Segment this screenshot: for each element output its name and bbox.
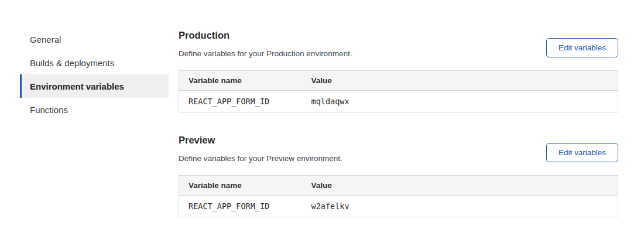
preview-section-text: Preview Define variables for your Previe… bbox=[179, 132, 342, 163]
section-title-production: Production bbox=[179, 30, 352, 41]
variable-name-cell: REACT_APP_FORM_ID bbox=[179, 196, 302, 217]
sidebar-item-environment-variables[interactable]: Environment variables bbox=[20, 74, 169, 98]
section-description-production: Define variables for your Production env… bbox=[179, 49, 352, 58]
sidebar-item-functions[interactable]: Functions bbox=[20, 98, 169, 121]
table-row: REACT_APP_FORM_ID mqldaqwx bbox=[179, 91, 618, 112]
settings-page: General Builds & deployments Environment… bbox=[0, 0, 644, 217]
table-header-row: Variable name Value bbox=[179, 176, 618, 196]
production-section-text: Production Define variables for your Pro… bbox=[179, 28, 352, 58]
sidebar-item-label: General bbox=[30, 35, 61, 45]
table-header: Variable name Value bbox=[179, 176, 618, 196]
production-section: Production Define variables for your Pro… bbox=[179, 28, 618, 112]
column-header-variable-name: Variable name bbox=[179, 176, 302, 196]
variable-name-cell: REACT_APP_FORM_ID bbox=[179, 91, 302, 112]
edit-variables-button-preview[interactable]: Edit variables bbox=[546, 143, 618, 162]
production-variables-table: Variable name Value REACT_APP_FORM_ID mq… bbox=[179, 70, 618, 112]
sidebar-item-label: Environment variables bbox=[30, 81, 124, 91]
production-section-header: Production Define variables for your Pro… bbox=[179, 28, 618, 58]
preview-section-header: Preview Define variables for your Previe… bbox=[179, 132, 618, 163]
sidebar-item-general[interactable]: General bbox=[20, 28, 169, 51]
section-title-preview: Preview bbox=[179, 135, 342, 146]
column-header-variable-name: Variable name bbox=[179, 71, 302, 91]
section-description-preview: Define variables for your Preview enviro… bbox=[179, 154, 342, 163]
sidebar-item-builds-deployments[interactable]: Builds & deployments bbox=[20, 51, 169, 74]
preview-section: Preview Define variables for your Previe… bbox=[179, 132, 618, 217]
table-header-row: Variable name Value bbox=[179, 71, 618, 91]
settings-sidebar: General Builds & deployments Environment… bbox=[20, 28, 169, 121]
environment-variables-content: Production Define variables for your Pro… bbox=[179, 28, 618, 217]
table-row: REACT_APP_FORM_ID w2afelkv bbox=[179, 196, 618, 217]
sidebar-item-label: Functions bbox=[30, 105, 68, 115]
column-header-value: Value bbox=[302, 71, 618, 91]
variable-value-cell: mqldaqwx bbox=[302, 91, 618, 112]
edit-variables-button-production[interactable]: Edit variables bbox=[546, 38, 618, 57]
preview-variables-table: Variable name Value REACT_APP_FORM_ID w2… bbox=[179, 175, 618, 217]
variable-value-cell: w2afelkv bbox=[302, 196, 618, 217]
column-header-value: Value bbox=[302, 176, 618, 196]
sidebar-item-label: Builds & deployments bbox=[30, 58, 114, 68]
table-header: Variable name Value bbox=[179, 71, 618, 91]
